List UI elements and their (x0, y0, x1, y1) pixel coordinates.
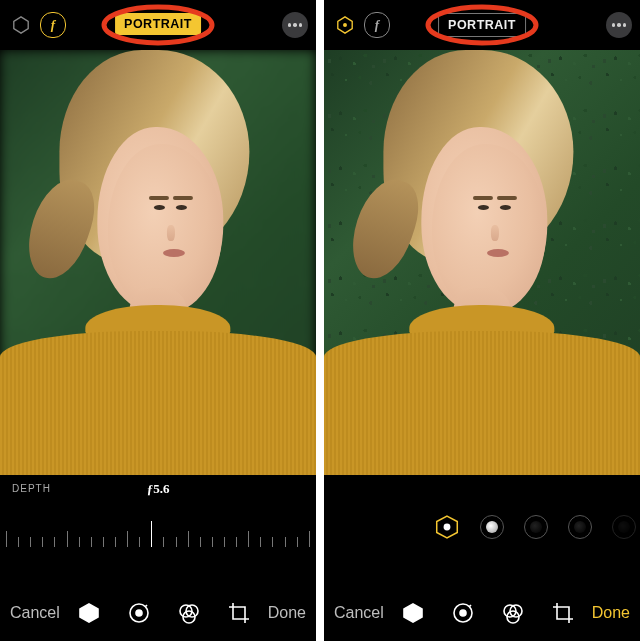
portrait-subject (0, 50, 316, 475)
cancel-button[interactable]: Cancel (10, 604, 60, 622)
svg-marker-14 (404, 604, 422, 622)
hexagon-icon (12, 16, 30, 34)
adjust-icon[interactable] (451, 601, 475, 625)
f-icon: f (40, 12, 66, 38)
depth-label: DEPTH (12, 483, 51, 494)
style-studio[interactable] (480, 515, 504, 539)
cancel-button[interactable]: Cancel (334, 604, 384, 622)
depth-slider[interactable] (6, 513, 310, 547)
svg-marker-2 (80, 604, 98, 622)
lighting-hex-button[interactable] (8, 12, 34, 38)
filters-icon[interactable] (501, 601, 525, 625)
lighting-icon[interactable] (401, 601, 425, 625)
svg-point-10 (343, 23, 347, 27)
lighting-icon[interactable] (77, 601, 101, 625)
more-button[interactable] (606, 12, 632, 38)
hexagon-icon (336, 16, 354, 34)
f-icon: f (364, 12, 390, 38)
style-stage[interactable] (568, 515, 592, 539)
svg-point-13 (444, 524, 451, 531)
style-contour[interactable] (524, 515, 548, 539)
lighting-style-carousel[interactable] (434, 503, 636, 551)
portrait-mode-badge[interactable]: PORTRAIT (115, 13, 201, 35)
aperture-f-button[interactable]: f (364, 12, 390, 38)
lighting-style-area (324, 475, 640, 585)
filters-icon[interactable] (177, 601, 201, 625)
aperture-value: ƒ5.6 (147, 481, 170, 497)
portrait-subject (324, 50, 640, 475)
portrait-mode-badge[interactable]: PORTRAIT (438, 13, 526, 37)
svg-marker-0 (14, 17, 28, 33)
bottom-bar: Cancel Done (0, 585, 316, 641)
more-button[interactable] (282, 12, 308, 38)
style-stage-mono[interactable] (612, 515, 636, 539)
svg-point-16 (460, 610, 466, 616)
photo-preview[interactable] (0, 50, 316, 475)
edit-tools (77, 601, 251, 625)
top-bar: f PORTRAIT (324, 0, 640, 50)
svg-point-4 (136, 610, 142, 616)
done-button[interactable]: Done (268, 604, 306, 622)
bottom-bar: Cancel Done (324, 585, 640, 641)
editor-right: f PORTRAIT (324, 0, 640, 641)
done-button[interactable]: Done (592, 604, 630, 622)
depth-control-area: DEPTH ƒ5.6 (0, 475, 316, 585)
edit-tools (401, 601, 575, 625)
svg-line-17 (469, 605, 471, 607)
editor-left: f PORTRAIT DEPTH ƒ5.6 (0, 0, 316, 641)
crop-icon[interactable] (551, 601, 575, 625)
lighting-hex-button[interactable] (332, 12, 358, 38)
photo-preview[interactable] (324, 50, 640, 475)
crop-icon[interactable] (227, 601, 251, 625)
aperture-f-button[interactable]: f (40, 12, 66, 38)
style-natural-selected[interactable] (434, 508, 460, 546)
top-bar: f PORTRAIT (0, 0, 316, 50)
svg-line-5 (145, 605, 147, 607)
adjust-icon[interactable] (127, 601, 151, 625)
